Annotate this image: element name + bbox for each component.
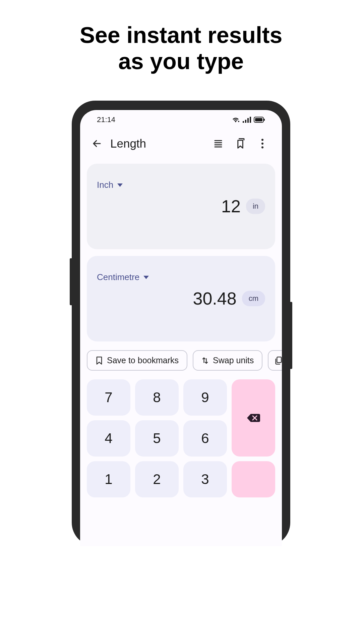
numeric-keypad: 7 8 9 4 5 6 1 2 3 (80, 374, 282, 497)
phone-mockup-frame: 21:14 Length (72, 101, 290, 546)
to-value: 30.48 (193, 288, 237, 309)
svg-point-13 (261, 143, 263, 145)
key-backspace[interactable] (232, 379, 275, 457)
action-button-row: Save to bookmarks Swap units (80, 347, 282, 374)
swap-icon (201, 356, 209, 365)
back-button[interactable] (90, 137, 104, 150)
key-7[interactable]: 7 (87, 379, 130, 416)
key-6[interactable]: 6 (183, 420, 227, 457)
to-unit-card: Centimetre 30.48 cm (87, 256, 275, 341)
copy-icon (275, 356, 282, 365)
save-bookmark-button[interactable]: Save to bookmarks (87, 350, 187, 371)
from-unit-badge: in (246, 199, 265, 214)
from-value[interactable]: 12 (221, 196, 241, 216)
to-unit-badge: cm (242, 291, 265, 306)
more-vertical-icon (261, 139, 264, 149)
status-icons (232, 116, 265, 123)
arrow-left-icon (92, 139, 102, 149)
svg-point-14 (261, 146, 263, 148)
key-clear[interactable] (232, 461, 275, 497)
svg-rect-15 (277, 357, 282, 363)
chevron-down-icon (117, 183, 123, 187)
key-8[interactable]: 8 (135, 379, 179, 416)
from-unit-card: Inch 12 in (87, 164, 275, 249)
signal-icon (242, 116, 251, 123)
from-unit-selector[interactable]: Inch (97, 180, 265, 190)
list-button[interactable] (212, 138, 224, 150)
status-bar: 21:14 (80, 110, 282, 127)
chevron-down-icon (143, 276, 149, 279)
status-time: 21:14 (97, 115, 115, 124)
bookmark-icon (96, 356, 103, 365)
backspace-icon (246, 413, 261, 423)
phone-screen: 21:14 Length (80, 110, 282, 546)
key-9[interactable]: 9 (183, 379, 227, 416)
battery-icon (254, 117, 265, 123)
app-header: Length (80, 127, 282, 157)
svg-rect-7 (264, 119, 265, 121)
menu-button[interactable] (256, 138, 268, 150)
svg-rect-2 (245, 120, 246, 123)
svg-point-0 (238, 121, 239, 122)
page-title: Length (110, 137, 205, 150)
swap-label: Swap units (213, 356, 254, 365)
bookmarks-button[interactable] (234, 138, 246, 150)
svg-point-12 (261, 139, 263, 141)
swap-units-button[interactable]: Swap units (193, 350, 262, 371)
key-4[interactable]: 4 (87, 420, 130, 457)
to-unit-selector[interactable]: Centimetre (97, 272, 265, 282)
wifi-icon (232, 116, 240, 123)
bookmark-label: Save to bookmarks (107, 356, 179, 365)
key-2[interactable]: 2 (135, 461, 179, 497)
svg-rect-3 (247, 118, 249, 123)
promo-headline: See instant results as you type (0, 0, 362, 74)
svg-rect-6 (255, 118, 262, 121)
from-unit-label: Inch (97, 180, 113, 190)
key-1[interactable]: 1 (87, 461, 130, 497)
copy-button[interactable] (268, 350, 282, 371)
key-5[interactable]: 5 (135, 420, 179, 457)
svg-rect-1 (243, 121, 244, 123)
to-unit-label: Centimetre (97, 272, 139, 282)
bookmarks-icon (235, 138, 245, 149)
svg-rect-4 (250, 117, 251, 123)
key-3[interactable]: 3 (183, 461, 227, 497)
list-icon (213, 139, 223, 149)
